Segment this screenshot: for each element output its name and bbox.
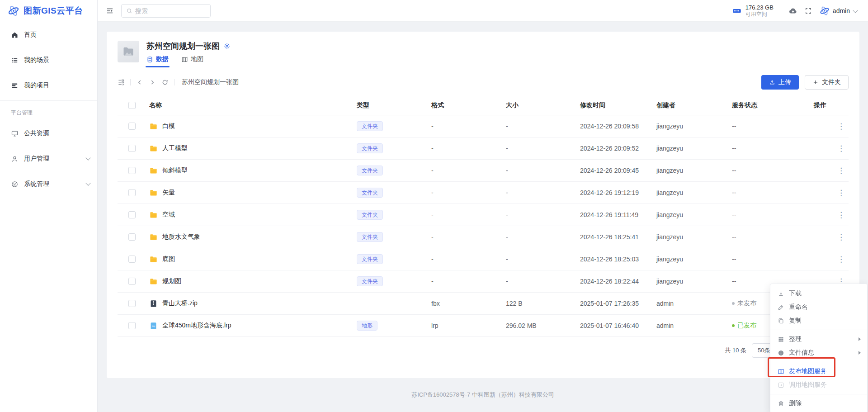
table-row[interactable]: 矢量 文件夹 - - 2024-12-26 19:12:19 jiangzeyu…	[118, 182, 849, 204]
modified-time: 2025-01-07 16:46:40	[580, 322, 656, 329]
row-checkbox[interactable]	[128, 300, 136, 307]
modified-time: 2024-12-26 19:11:49	[580, 211, 656, 218]
context-menu-item-整理[interactable]: 整理	[770, 332, 867, 346]
zip-file-icon	[149, 299, 158, 308]
file-format: -	[431, 123, 506, 130]
file-name[interactable]: 地质水文气象	[162, 233, 200, 241]
context-menu-item-下载[interactable]: 下载	[770, 287, 867, 300]
context-menu-item-复制[interactable]: 复制	[770, 314, 867, 327]
sidebar-item-系统管理[interactable]: 系统管理	[0, 174, 97, 194]
table-row[interactable]: 白模 文件夹 - - 2024-12-26 20:09:58 jiangzeyu…	[118, 115, 849, 137]
table-row[interactable]: 底图 文件夹 - - 2024-12-26 18:25:03 jiangzeyu…	[118, 248, 849, 270]
submenu-arrow-icon	[859, 337, 861, 341]
chevron-down-icon	[85, 180, 90, 185]
home-icon	[11, 31, 19, 39]
row-actions-more-icon[interactable]: ⋮	[814, 123, 849, 130]
select-all-checkbox[interactable]	[128, 102, 136, 109]
context-menu-item-发布地图服务[interactable]: 发布地图服务	[770, 365, 867, 378]
upload-button[interactable]: 上传	[761, 75, 799, 90]
tree-view-icon[interactable]	[118, 79, 125, 86]
fullscreen-icon[interactable]	[805, 7, 812, 14]
file-name[interactable]: 底图	[162, 255, 175, 263]
topbar-divider	[781, 7, 781, 14]
svg-text:Lrp: Lrp	[152, 325, 155, 327]
sidebar-item-用户管理[interactable]: 用户管理	[0, 148, 97, 169]
chevron-down-icon	[85, 155, 90, 160]
file-name[interactable]: 青山大桥.zip	[162, 299, 198, 308]
context-menu-item-文件信息[interactable]: 文件信息	[770, 346, 867, 360]
creator: jiangzeyu	[656, 278, 732, 285]
file-name[interactable]: 空域	[162, 211, 175, 219]
app-logo-icon	[7, 5, 20, 17]
context-menu-item-调用地图服务[interactable]: 调用地图服务	[770, 378, 867, 392]
folder-icon	[149, 189, 158, 197]
table-row[interactable]: Lrp 全球450m地形含海底.lrp 地形 lrp 296.02 MB 202…	[118, 315, 849, 337]
table-row[interactable]: 地质水文气象 文件夹 - - 2024-12-26 18:25:41 jiang…	[118, 226, 849, 248]
creator: jiangzeyu	[656, 189, 732, 196]
row-checkbox[interactable]	[128, 123, 136, 130]
row-actions-more-icon[interactable]: ⋮	[814, 167, 849, 175]
sidebar-item-公共资源[interactable]: 公共资源	[0, 123, 97, 144]
publish-map-icon	[778, 368, 784, 375]
table-row[interactable]: 倾斜模型 文件夹 - - 2024-12-26 20:09:45 jiangze…	[118, 160, 849, 182]
row-checkbox[interactable]	[128, 167, 136, 174]
column-header-format: 格式	[431, 101, 506, 109]
sidebar-collapse-icon[interactable]	[106, 7, 114, 15]
back-icon[interactable]	[136, 79, 143, 86]
file-table: 名称 类型 格式 大小 修改时间 创建者 服务状态 操作 白模 文件夹 - - …	[107, 95, 859, 337]
table-row[interactable]: 空域 文件夹 - - 2024-12-26 19:11:49 jiangzeyu…	[118, 204, 849, 226]
table-row[interactable]: 青山大桥.zip fbx 122 B 2025-01-07 17:26:35 a…	[118, 293, 849, 315]
refresh-icon[interactable]	[161, 79, 169, 86]
file-name[interactable]: 白模	[162, 122, 175, 130]
sidebar-item-我的项目[interactable]: 我的项目	[0, 75, 97, 96]
row-checkbox[interactable]	[128, 145, 136, 152]
cloud-upload-icon[interactable]	[788, 6, 797, 15]
file-name[interactable]: 规划图	[162, 277, 181, 285]
app-logo[interactable]: 图新GIS云平台	[0, 0, 97, 22]
row-actions-more-icon[interactable]: ⋮	[814, 256, 849, 263]
row-actions-more-icon[interactable]: ⋮	[814, 211, 849, 219]
creator: admin	[656, 322, 732, 329]
lrp-file-icon: Lrp	[149, 322, 158, 330]
row-checkbox[interactable]	[128, 322, 136, 329]
search-icon	[126, 8, 132, 14]
file-name[interactable]: 矢量	[162, 189, 175, 197]
modified-time: 2024-12-26 18:25:41	[580, 233, 656, 241]
row-checkbox[interactable]	[128, 278, 136, 285]
context-menu-item-删除[interactable]: 删除	[770, 397, 867, 410]
context-menu-item-重命名[interactable]: 重命名	[770, 300, 867, 314]
row-checkbox[interactable]	[128, 233, 136, 241]
search-input[interactable]	[135, 7, 203, 14]
projects-icon	[11, 82, 19, 90]
row-checkbox[interactable]	[128, 211, 136, 218]
file-name[interactable]: 全球450m地形含海底.lrp	[162, 322, 231, 330]
file-toolbar: 苏州空间规划一张图 上传 文件夹	[107, 69, 859, 95]
file-size: 296.02 MB	[506, 322, 580, 329]
row-actions-more-icon[interactable]: ⋮	[814, 189, 849, 197]
breadcrumb[interactable]: 苏州空间规划一张图	[182, 78, 239, 86]
service-status: --	[732, 211, 814, 218]
new-folder-button[interactable]: 文件夹	[805, 75, 849, 90]
row-checkbox[interactable]	[128, 189, 136, 196]
tab-data[interactable]: 数据	[146, 55, 169, 67]
sidebar-item-首页[interactable]: 首页	[0, 24, 97, 45]
row-actions-more-icon[interactable]: ⋮	[814, 145, 849, 152]
row-checkbox[interactable]	[128, 256, 136, 263]
file-name[interactable]: 倾斜模型	[162, 166, 188, 175]
forward-icon[interactable]	[149, 79, 156, 86]
page-title: 苏州空间规划一张图	[146, 41, 220, 52]
row-actions-more-icon[interactable]: ⋮	[814, 233, 849, 241]
sidebar-item-我的场景[interactable]: 我的场景	[0, 50, 97, 71]
tab-map[interactable]: 地图	[181, 55, 203, 67]
user-menu[interactable]: admin	[819, 5, 857, 16]
sidebar-item-label: 公共资源	[24, 129, 49, 137]
settings-gear-icon[interactable]	[223, 43, 231, 50]
file-format: -	[431, 278, 506, 285]
plus-icon	[812, 79, 819, 85]
table-row[interactable]: 人工模型 文件夹 - - 2024-12-26 20:09:52 jiangze…	[118, 137, 849, 160]
file-name[interactable]: 人工模型	[162, 144, 188, 152]
table-body: 白模 文件夹 - - 2024-12-26 20:09:58 jiangzeyu…	[118, 115, 849, 337]
table-row[interactable]: 规划图 文件夹 - - 2024-12-26 18:22:44 jiangzey…	[118, 270, 849, 293]
column-header-creator: 创建者	[656, 101, 732, 109]
column-header-modified: 修改时间	[580, 101, 656, 109]
